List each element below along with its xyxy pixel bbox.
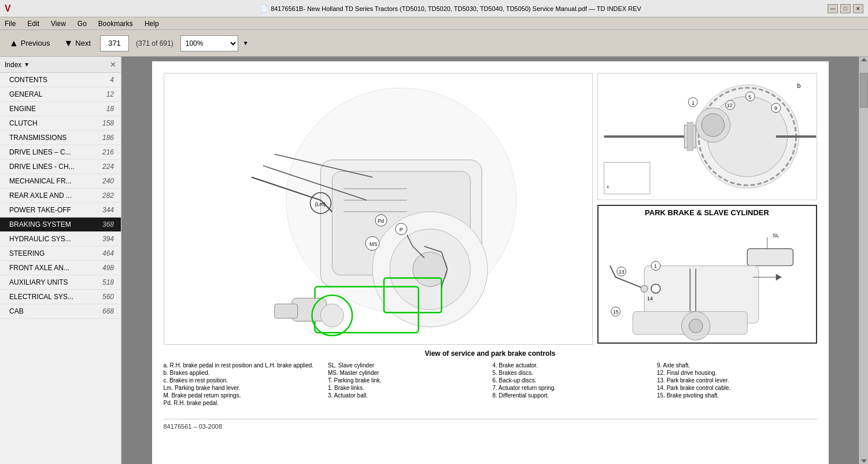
- sidebar-item-drive_lines___ch___[interactable]: DRIVE LINES - CH...224: [0, 160, 121, 174]
- scroll-thumb[interactable]: [860, 73, 868, 108]
- sidebar-item-label: POWER TAKE-OFF: [9, 206, 71, 214]
- legend-item: b. Brakes applied.: [164, 370, 324, 376]
- svg-text:5: 5: [748, 94, 751, 100]
- legend-item: 14. Park brake control cable.: [657, 385, 817, 391]
- page-info: (371 of 691): [134, 39, 176, 47]
- scroll-down-arrow[interactable]: [861, 459, 867, 463]
- svg-point-30: [701, 113, 725, 137]
- svg-text:15: 15: [612, 309, 618, 315]
- menu-edit[interactable]: Edit: [25, 19, 42, 29]
- sidebar-item-drive_lines___c___[interactable]: DRIVE LINES – C...216: [0, 145, 121, 160]
- sidebar-item-label: HYDRAULIC SYS...: [9, 235, 71, 243]
- sidebar-close-button[interactable]: ✕: [110, 60, 116, 69]
- sidebar-item-page: 560: [102, 293, 114, 301]
- menu-bookmarks[interactable]: Bookmarks: [96, 19, 135, 29]
- close-button[interactable]: ✕: [853, 4, 863, 13]
- legend-item: Lm. Parking brake hand lever.: [164, 385, 324, 391]
- diagram-row: (Lm) MS P Pd: [164, 73, 817, 345]
- main-container: Index ▼ ✕ CONTENTS4GENERAL12ENGINE18CLUT…: [0, 57, 868, 464]
- sidebar-item-electrical_sys___[interactable]: ELECTRICAL SYS...560: [0, 290, 121, 304]
- sidebar-item-general[interactable]: GENERAL12: [0, 87, 121, 102]
- footer-doc-number: 84176561: [164, 423, 192, 430]
- sidebar-item-page: 158: [102, 119, 114, 127]
- svg-text:b: b: [797, 82, 800, 89]
- menu-go[interactable]: Go: [75, 19, 89, 29]
- sidebar: Index ▼ ✕ CONTENTS4GENERAL12ENGINE18CLUT…: [0, 57, 121, 464]
- sidebar-item-contents[interactable]: CONTENTS4: [0, 73, 121, 87]
- sidebar-item-rear_axle_and____[interactable]: REAR AXLE AND ...282: [0, 189, 121, 203]
- svg-rect-34: [687, 122, 693, 151]
- sidebar-item-label: TRANSMISSIONS: [9, 134, 67, 142]
- sidebar-item-clutch[interactable]: CLUTCH158: [0, 116, 121, 131]
- sidebar-item-engine[interactable]: ENGINE18: [0, 102, 121, 116]
- legend-col-2: SL. Slave cylinder MS. Master cylinder T…: [328, 362, 488, 407]
- toolbar: ▲ Previous ▼ Next (371 of 691) 100% 50% …: [0, 30, 868, 57]
- page-document: (Lm) MS P Pd: [152, 61, 829, 464]
- page-number-input[interactable]: [100, 35, 129, 51]
- legend-col-1: a. R.H. brake pedal in rest position and…: [164, 362, 324, 407]
- sidebar-item-cab[interactable]: CAB668: [0, 304, 121, 319]
- svg-text:9: 9: [774, 105, 777, 111]
- maximize-button[interactable]: □: [840, 4, 851, 13]
- sidebar-item-transmissions[interactable]: TRANSMISSIONS186: [0, 131, 121, 145]
- sidebar-item-page: 224: [102, 163, 114, 171]
- footer-date: 03-2008: [199, 423, 222, 430]
- sidebar-item-mechanical_fr___[interactable]: MECHANICAL FR...240: [0, 174, 121, 189]
- menu-help[interactable]: Help: [142, 19, 161, 29]
- scroll-up-arrow[interactable]: [861, 58, 867, 61]
- sidebar-item-page: 186: [102, 134, 114, 142]
- sidebar-item-page: 344: [102, 206, 114, 214]
- sidebar-item-label: CAB: [9, 307, 24, 315]
- sidebar-item-page: 240: [102, 177, 114, 185]
- sidebar-title: Index: [5, 61, 21, 69]
- content-area[interactable]: (Lm) MS P Pd: [121, 57, 859, 464]
- minimize-button[interactable]: —: [828, 4, 838, 13]
- svg-text:P: P: [399, 227, 402, 233]
- prev-label: Previous: [21, 39, 50, 47]
- menu-view[interactable]: View: [49, 19, 68, 29]
- svg-text:12: 12: [726, 102, 732, 108]
- legend-item: 9. Axle shaft.: [657, 362, 817, 369]
- sidebar-item-label: ENGINE: [9, 105, 36, 113]
- sidebar-item-auxiliary_units[interactable]: AUXILIARY UNITS518: [0, 275, 121, 290]
- sidebar-item-power_take_off[interactable]: POWER TAKE-OFF344: [0, 203, 121, 218]
- doc-icon: 📄: [260, 5, 268, 12]
- legend-item: 12. Final drive housing.: [657, 370, 817, 376]
- zoom-select[interactable]: 100% 50% 75% 125% 150% 200%: [180, 35, 238, 51]
- sidebar-item-page: 394: [102, 235, 114, 243]
- sidebar-item-label: REAR AXLE AND ...: [9, 192, 72, 200]
- menu-file[interactable]: File: [2, 19, 18, 29]
- menu-bar: File Edit View Go Bookmarks Help: [0, 17, 868, 30]
- sidebar-item-page: 216: [102, 148, 114, 156]
- next-button[interactable]: ▼ Next: [59, 36, 95, 51]
- prev-arrow-icon: ▲: [9, 38, 19, 49]
- svg-point-51: [641, 285, 648, 292]
- zoom-dropdown-icon: ▼: [243, 40, 249, 46]
- sidebar-item-hydraulic_sys___[interactable]: HYDRAULIC SYS...394: [0, 232, 121, 246]
- legend-col-4: 9. Axle shaft. 12. Final drive housing. …: [657, 362, 817, 407]
- legend-item: T. Parking brake link.: [328, 377, 488, 384]
- park-brake-title: PARK BRAKE & SLAVE CYLINDER: [645, 208, 769, 217]
- legend-item: 15. Brake pivoting shaft.: [657, 392, 817, 399]
- sidebar-item-label: MECHANICAL FR...: [9, 177, 72, 185]
- previous-button[interactable]: ▲ Previous: [5, 36, 54, 51]
- legend-col-3: 4. Brake actuator. 5. Brakes discs. 6. B…: [493, 362, 653, 407]
- svg-rect-45: [747, 249, 793, 266]
- sidebar-items-list: CONTENTS4GENERAL12ENGINE18CLUTCH158TRANS…: [0, 73, 121, 464]
- legend-item: 7. Actuator return spring.: [493, 385, 653, 391]
- right-diagrams: b: [597, 73, 817, 345]
- sidebar-item-page: 668: [102, 307, 114, 315]
- next-arrow-icon: ▼: [64, 38, 73, 49]
- sidebar-item-steering[interactable]: STEERING464: [0, 246, 121, 261]
- window-controls[interactable]: — □ ✕: [828, 4, 863, 13]
- sidebar-item-label: CONTENTS: [9, 76, 47, 84]
- sidebar-item-label: BRAKING SYSTEM: [9, 220, 71, 229]
- sidebar-item-front_axle_an___[interactable]: FRONT AXLE AN...498: [0, 261, 121, 275]
- svg-text:(Lm): (Lm): [315, 201, 325, 207]
- sidebar-item-braking_system[interactable]: BRAKING SYSTEM368: [0, 218, 121, 232]
- vertical-scrollbar[interactable]: [859, 57, 868, 464]
- sidebar-header: Index ▼ ✕: [0, 57, 121, 73]
- sidebar-dropdown-icon[interactable]: ▼: [24, 61, 29, 68]
- sidebar-item-label: GENERAL: [9, 90, 42, 98]
- legend-item: 3. Actuator ball.: [328, 392, 488, 399]
